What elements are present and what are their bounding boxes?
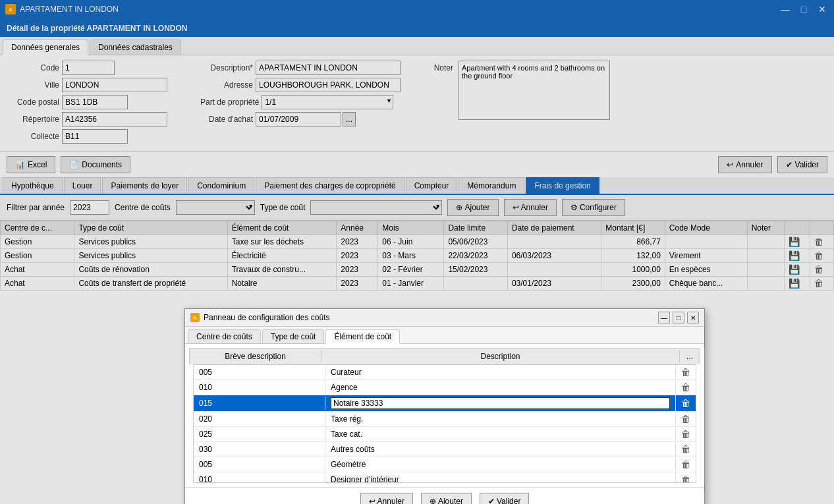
modal-delete-icon[interactable]: 🗑	[681, 398, 690, 408]
modal-desc-cell: Autres coûts	[325, 443, 676, 456]
modal-delete-icon[interactable]: 🗑	[681, 429, 690, 439]
modal-delete-icon[interactable]: 🗑	[681, 382, 690, 393]
modal-delete-cell[interactable]: 🗑	[676, 472, 696, 483]
modal-desc-cell: Géomètre	[325, 458, 676, 471]
modal-delete-cell[interactable]: 🗑	[676, 365, 696, 379]
modal-delete-icon[interactable]: 🗑	[681, 459, 690, 470]
modal-delete-cell[interactable]: 🗑	[676, 380, 696, 395]
modal-ajouter-button[interactable]: ⊕ Ajouter	[421, 493, 472, 504]
modal-code-cell: 010	[194, 473, 325, 483]
modal-desc-input[interactable]	[331, 397, 670, 409]
modal-delete-icon[interactable]: 🗑	[681, 367, 690, 378]
modal-desc-cell: Taxe rég.	[325, 412, 676, 426]
modal-icon: A	[190, 313, 200, 322]
modal-code-cell: 005	[194, 366, 325, 379]
modal-code-cell: 015	[194, 397, 325, 410]
modal-desc-cell: Curateur	[325, 366, 676, 379]
configuration-modal: A Panneau de configuration des coûts — □…	[184, 308, 705, 504]
modal-table-body: 005Curateur🗑010Agence🗑015🗑020Taxe rég.🗑0…	[193, 364, 696, 483]
modal-code-cell: 025	[194, 428, 325, 441]
col-breve: Brève description	[190, 350, 321, 362]
modal-code-cell: 005	[194, 458, 325, 471]
modal-delete-cell[interactable]: 🗑	[676, 427, 696, 441]
modal-list-item[interactable]: 005Curateur🗑	[194, 365, 696, 380]
modal-list-item[interactable]: 005Géomètre🗑	[194, 457, 696, 472]
modal-tab-bar: Centre de coûts Type de coût Élément de …	[185, 327, 704, 344]
modal-desc-cell: Agence	[325, 381, 676, 394]
modal-delete-cell[interactable]: 🗑	[676, 442, 696, 457]
modal-delete-cell[interactable]: 🗑	[676, 412, 696, 426]
modal-code-cell: 020	[194, 412, 325, 426]
modal-title-bar: A Panneau de configuration des coûts — □…	[185, 309, 704, 327]
modal-desc-cell: Designer d'intérieur	[325, 473, 676, 483]
modal-tab-centre[interactable]: Centre de coûts	[188, 329, 261, 343]
modal-tab-type[interactable]: Type de coût	[262, 329, 325, 343]
modal-plus-icon: ⊕	[430, 497, 436, 504]
modal-list-item[interactable]: 030Autres coûts🗑	[194, 442, 696, 457]
modal-list-item[interactable]: 015🗑	[194, 395, 696, 412]
modal-delete-icon[interactable]: 🗑	[681, 414, 690, 424]
modal-delete-icon[interactable]: 🗑	[681, 474, 690, 483]
modal-list-item[interactable]: 020Taxe rég.🗑	[194, 412, 696, 427]
modal-tab-element[interactable]: Élément de coût	[325, 329, 400, 344]
modal-valider-icon: ✔	[488, 497, 495, 504]
col-description: Description	[321, 350, 680, 362]
modal-delete-icon[interactable]: 🗑	[681, 444, 690, 455]
modal-close[interactable]: ✕	[687, 312, 699, 323]
modal-list-item[interactable]: 010Designer d'intérieur🗑	[194, 472, 696, 483]
modal-code-cell: 010	[194, 381, 325, 394]
modal-maximize[interactable]: □	[673, 312, 684, 323]
modal-footer: ↩ Annuler ⊕ Ajouter ✔ Valider	[185, 487, 704, 504]
modal-desc-cell: Taxe cat.	[325, 428, 676, 441]
modal-annuler-button[interactable]: ↩ Annuler	[360, 493, 413, 504]
modal-minimize[interactable]: —	[658, 312, 670, 323]
modal-code-cell: 030	[194, 443, 325, 456]
col-actions-header: ...	[680, 350, 700, 362]
modal-list-item[interactable]: 010Agence🗑	[194, 380, 696, 395]
modal-table-header: Brève description Description ...	[189, 348, 700, 364]
modal-list-item[interactable]: 025Taxe cat.🗑	[194, 427, 696, 442]
modal-annuler-icon: ↩	[369, 497, 375, 504]
modal-delete-cell[interactable]: 🗑	[676, 457, 696, 472]
modal-desc-cell	[325, 395, 676, 411]
modal-title: Panneau de configuration des coûts	[204, 313, 329, 322]
modal-delete-cell[interactable]: 🗑	[676, 396, 696, 410]
modal-valider-button[interactable]: ✔ Valider	[480, 493, 529, 504]
